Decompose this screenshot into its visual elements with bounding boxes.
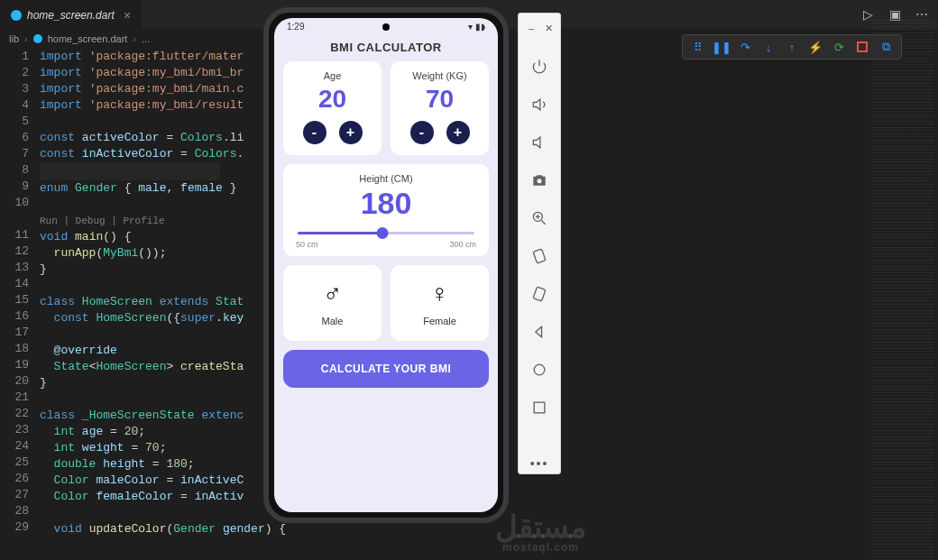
app-title: BMI CALCULATOR bbox=[274, 32, 498, 61]
height-value: 180 bbox=[292, 186, 480, 221]
dart-icon bbox=[33, 34, 42, 43]
status-icons: ▾ ▮◗ bbox=[468, 22, 485, 32]
height-slider[interactable] bbox=[298, 232, 474, 234]
slider-thumb[interactable] bbox=[377, 227, 389, 239]
minimap[interactable] bbox=[871, 20, 934, 560]
height-label: Height (CM) bbox=[292, 173, 480, 184]
age-card: Age 20 - + bbox=[283, 61, 382, 155]
calculate-button[interactable]: CALCULATE YOUR BMI bbox=[283, 350, 489, 388]
slider-fill bbox=[298, 232, 382, 234]
rotate-right-icon[interactable] bbox=[529, 285, 549, 303]
weight-card: Weight (KG) 70 - + bbox=[391, 61, 489, 155]
minimize-button[interactable]: – bbox=[529, 23, 534, 34]
rotate-left-icon[interactable] bbox=[529, 247, 549, 265]
svg-point-0 bbox=[538, 179, 542, 183]
hot-reload-icon[interactable]: ⚡ bbox=[807, 39, 823, 55]
female-label: Female bbox=[423, 316, 456, 326]
stop-icon[interactable] bbox=[854, 39, 870, 55]
watermark-en: mostaql.com bbox=[495, 542, 586, 553]
slider-max: 300 cm bbox=[449, 240, 476, 249]
weight-plus-button[interactable]: + bbox=[446, 121, 470, 144]
svg-rect-5 bbox=[534, 402, 545, 413]
line-gutter: 12345678910 1112131415161718192021222324… bbox=[0, 49, 40, 560]
age-value: 20 bbox=[289, 85, 376, 114]
weight-label: Weight (KG) bbox=[396, 70, 483, 81]
debug-toolbar: ⠿ ❚❚ ↷ ↓ ↑ ⚡ ⟳ ⧉ bbox=[682, 34, 902, 60]
dart-icon bbox=[11, 10, 22, 21]
male-label: Male bbox=[322, 316, 344, 326]
step-into-icon[interactable]: ↓ bbox=[760, 39, 777, 55]
chevron-right-icon: › bbox=[133, 33, 136, 44]
close-icon[interactable]: × bbox=[124, 8, 131, 23]
power-icon[interactable] bbox=[529, 58, 549, 76]
age-plus-button[interactable]: + bbox=[339, 121, 363, 144]
weight-value: 70 bbox=[396, 85, 483, 114]
weight-minus-button[interactable]: - bbox=[410, 121, 434, 144]
home-icon[interactable] bbox=[529, 361, 549, 379]
female-card[interactable]: ♀ Female bbox=[391, 265, 489, 341]
watermark-ar: مستقل bbox=[495, 510, 586, 544]
watermark: مستقل mostaql.com bbox=[495, 511, 586, 553]
restart-icon[interactable]: ⟳ bbox=[831, 39, 847, 55]
tab-filename: home_screen.dart bbox=[27, 9, 115, 22]
volume-up-icon[interactable] bbox=[529, 96, 549, 114]
step-out-icon[interactable]: ↑ bbox=[784, 39, 800, 55]
devtools-icon[interactable]: ⧉ bbox=[878, 39, 894, 55]
close-button[interactable]: ✕ bbox=[545, 23, 553, 34]
editor-tab[interactable]: home_screen.dart × bbox=[0, 0, 142, 29]
app-body: Age 20 - + Weight (KG) 70 - + bbox=[274, 61, 498, 512]
volume-down-icon[interactable] bbox=[529, 133, 549, 151]
back-icon[interactable] bbox=[529, 323, 549, 341]
grip-icon[interactable]: ⠿ bbox=[690, 39, 706, 55]
device-camera-dot bbox=[382, 23, 390, 31]
male-card[interactable]: ♂ Male bbox=[283, 265, 382, 341]
breadcrumb-file: home_screen.dart bbox=[48, 33, 128, 44]
height-card: Height (CM) 180 50 cm 300 cm bbox=[283, 164, 489, 256]
status-time: 1:29 bbox=[287, 22, 304, 32]
emulator-toolbar: – ✕ ••• bbox=[518, 13, 561, 474]
android-emulator: 1:29 ▾ ▮◗ BMI CALCULATOR Age 20 - + Weig… bbox=[263, 7, 509, 523]
age-label: Age bbox=[289, 70, 376, 81]
step-over-icon[interactable]: ↷ bbox=[737, 39, 753, 55]
device-screen[interactable]: 1:29 ▾ ▮◗ BMI CALCULATOR Age 20 - + Weig… bbox=[274, 18, 498, 512]
male-icon: ♂ bbox=[323, 280, 342, 308]
pause-icon[interactable]: ❚❚ bbox=[713, 39, 730, 55]
female-icon: ♀ bbox=[430, 280, 449, 308]
breadcrumb-trail: ... bbox=[142, 33, 150, 44]
age-minus-button[interactable]: - bbox=[303, 121, 326, 144]
svg-point-4 bbox=[534, 364, 545, 375]
breadcrumb-root: lib bbox=[9, 33, 19, 44]
svg-rect-2 bbox=[533, 249, 546, 263]
more-icon[interactable]: ••• bbox=[530, 456, 549, 471]
camera-icon[interactable] bbox=[529, 171, 549, 189]
zoom-icon[interactable] bbox=[529, 209, 549, 227]
chevron-right-icon: › bbox=[24, 33, 28, 44]
overview-icon[interactable] bbox=[529, 399, 549, 417]
svg-rect-3 bbox=[533, 287, 546, 301]
slider-min: 50 cm bbox=[296, 240, 318, 249]
